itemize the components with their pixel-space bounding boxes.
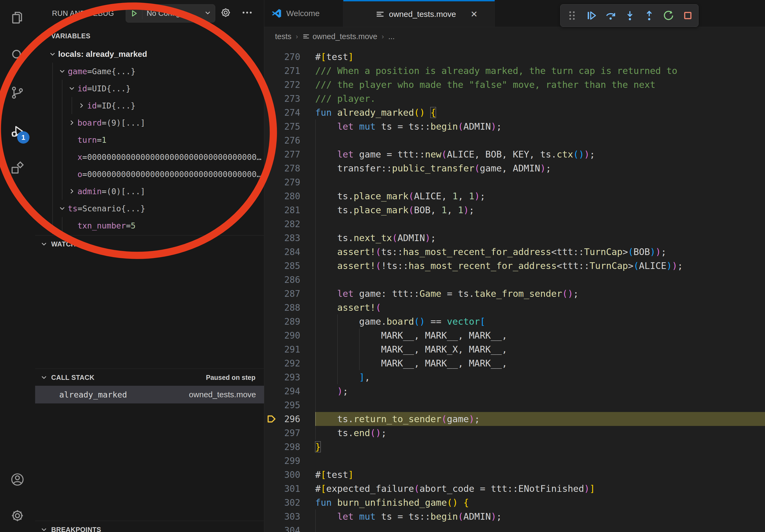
gutter-line-291[interactable]: 291 bbox=[264, 342, 315, 356]
gutter-line-272[interactable]: 272 bbox=[264, 78, 315, 92]
line-number: 270 bbox=[284, 52, 315, 62]
variable-row-ts[interactable]: ts = Scenario{...} bbox=[35, 200, 264, 217]
variables-tree: locals: already_markedgame = Game{...}id… bbox=[35, 46, 264, 234]
watch-section-header[interactable]: WATCH bbox=[35, 235, 264, 253]
variables-section-header[interactable]: VARIABLES bbox=[35, 27, 264, 45]
step-over-button[interactable] bbox=[604, 9, 617, 22]
gutter-line-278[interactable]: 278 bbox=[264, 161, 315, 175]
scope-label: locals: already_marked bbox=[58, 50, 147, 59]
tab-owned-tests-move[interactable]: owned_tests.move ✕ bbox=[344, 0, 495, 27]
call-stack-section-header[interactable]: CALL STACK Paused on step bbox=[35, 369, 264, 386]
source-control-icon[interactable] bbox=[10, 85, 25, 100]
variable-row-o[interactable]: o = 000000000000000000000000000000000000… bbox=[35, 165, 264, 183]
breadcrumb-file[interactable]: owned_tests.move bbox=[313, 32, 378, 41]
gutter-line-293[interactable]: 293 bbox=[264, 370, 315, 384]
continue-button[interactable] bbox=[585, 9, 597, 22]
variable-row-admin[interactable]: admin = (0)[...] bbox=[35, 183, 264, 200]
launch-configuration-dropdown[interactable]: No Configur… bbox=[126, 4, 215, 23]
variable-row-game[interactable]: game = Game{...} bbox=[35, 63, 264, 80]
debug-settings-gear-icon[interactable] bbox=[220, 6, 233, 20]
gutter-line-298[interactable]: 298 bbox=[264, 440, 315, 454]
activity-bar: 1 bbox=[0, 0, 35, 532]
step-out-button[interactable] bbox=[643, 9, 655, 22]
variable-value: (9)[...] bbox=[106, 118, 145, 128]
tab-label: owned_tests.move bbox=[389, 10, 456, 19]
gutter-line-304[interactable]: 304 bbox=[264, 523, 315, 532]
code-text: MARK__, MARK__, MARK__, bbox=[315, 356, 765, 370]
variable-row-x[interactable]: x = 000000000000000000000000000000000000… bbox=[35, 148, 264, 165]
gutter-line-280[interactable]: 280 bbox=[264, 189, 315, 203]
gutter-line-277[interactable]: 277 bbox=[264, 147, 315, 161]
code-area[interactable]: 270#[test]271/// When a position is alre… bbox=[264, 46, 765, 532]
gutter-line-286[interactable]: 286 bbox=[264, 273, 315, 287]
variable-row-turn[interactable]: turn = 1 bbox=[35, 131, 264, 148]
gutter-line-290[interactable]: 290 bbox=[264, 328, 315, 342]
gutter-line-273[interactable]: 273 bbox=[264, 92, 315, 106]
gutter-line-279[interactable]: 279 bbox=[264, 175, 315, 189]
gutter-line-282[interactable]: 282 bbox=[264, 217, 315, 231]
search-icon[interactable] bbox=[10, 48, 25, 63]
variable-value: ID{...} bbox=[102, 101, 135, 111]
breadcrumb-folder[interactable]: tests bbox=[275, 32, 291, 41]
gutter-line-289[interactable]: 289 bbox=[264, 315, 315, 328]
code-text: /// player. bbox=[315, 92, 765, 106]
chevron-down-icon[interactable] bbox=[58, 204, 66, 212]
start-debugging-icon[interactable] bbox=[126, 8, 142, 19]
gutter-line-296[interactable]: 296 bbox=[264, 412, 315, 426]
gutter-line-281[interactable]: 281 bbox=[264, 203, 315, 217]
breakpoints-section-header[interactable]: BREAKPOINTS bbox=[35, 521, 264, 532]
variable-row-board[interactable]: board = (9)[...] bbox=[35, 114, 264, 131]
gutter-line-275[interactable]: 275 bbox=[264, 120, 315, 133]
gutter-line-297[interactable]: 297 bbox=[264, 426, 315, 440]
gutter-line-284[interactable]: 284 bbox=[264, 245, 315, 259]
close-tab-icon[interactable]: ✕ bbox=[470, 9, 478, 19]
line-number: 280 bbox=[284, 191, 315, 201]
code-line-285: 285 assert!(!ts::has_most_recent_for_add… bbox=[264, 259, 765, 273]
gutter-line-300[interactable]: 300 bbox=[264, 468, 315, 482]
code-text bbox=[315, 454, 765, 468]
variable-row-id[interactable]: id = UID{...} bbox=[35, 80, 264, 97]
variables-scope-row[interactable]: locals: already_marked bbox=[35, 46, 264, 63]
restart-button[interactable] bbox=[662, 9, 675, 22]
gutter-line-271[interactable]: 271 bbox=[264, 64, 315, 78]
code-text: let game: ttt::Game = ts.take_from_sende… bbox=[315, 287, 765, 301]
settings-gear-icon[interactable] bbox=[10, 508, 25, 523]
account-icon[interactable] bbox=[10, 472, 25, 487]
gutter-line-274[interactable]: 274 bbox=[264, 106, 315, 120]
gutter-line-285[interactable]: 285 bbox=[264, 259, 315, 273]
chevron-down-icon bbox=[204, 9, 212, 18]
call-stack-frame[interactable]: already_marked owned_tests.move bbox=[35, 386, 264, 403]
gutter-line-295[interactable]: 295 bbox=[264, 398, 315, 412]
chevron-right-icon[interactable] bbox=[68, 119, 76, 127]
line-number: 296 bbox=[284, 414, 315, 424]
gutter-line-276[interactable]: 276 bbox=[264, 133, 315, 147]
chevron-down-icon[interactable] bbox=[49, 50, 57, 58]
toolbar-gripper[interactable] bbox=[566, 9, 578, 22]
gutter-line-292[interactable]: 292 bbox=[264, 356, 315, 370]
gutter-line-283[interactable]: 283 bbox=[264, 231, 315, 245]
gutter-line-288[interactable]: 288 bbox=[264, 301, 315, 315]
extensions-icon[interactable] bbox=[10, 160, 25, 175]
chevron-down-icon[interactable] bbox=[58, 67, 66, 75]
gutter-line-302[interactable]: 302 bbox=[264, 496, 315, 509]
variable-row-txn_number[interactable]: txn_number = 5 bbox=[35, 217, 264, 234]
gutter-line-294[interactable]: 294 bbox=[264, 384, 315, 398]
gutter-line-303[interactable]: 303 bbox=[264, 509, 315, 523]
tab-welcome[interactable]: Welcome bbox=[264, 0, 344, 27]
chevron-right-icon[interactable] bbox=[77, 102, 86, 110]
stop-button[interactable] bbox=[682, 9, 694, 22]
debug-stackframe-icon bbox=[267, 414, 277, 424]
gutter-line-301[interactable]: 301 bbox=[264, 482, 315, 496]
chevron-down-icon[interactable] bbox=[68, 84, 76, 93]
step-into-button[interactable] bbox=[624, 9, 636, 22]
chevron-right-icon[interactable] bbox=[68, 187, 76, 195]
gutter-line-287[interactable]: 287 bbox=[264, 287, 315, 301]
breadcrumb-symbol[interactable]: ... bbox=[388, 32, 394, 41]
code-text: #[test] bbox=[315, 468, 765, 482]
gutter-line-299[interactable]: 299 bbox=[264, 454, 315, 468]
chevron-right-icon: › bbox=[382, 32, 384, 41]
variable-row-id[interactable]: id = ID{...} bbox=[35, 97, 264, 114]
views-more-actions-icon[interactable] bbox=[241, 6, 254, 20]
explorer-icon[interactable] bbox=[10, 10, 25, 25]
gutter-line-270[interactable]: 270 bbox=[264, 50, 315, 64]
